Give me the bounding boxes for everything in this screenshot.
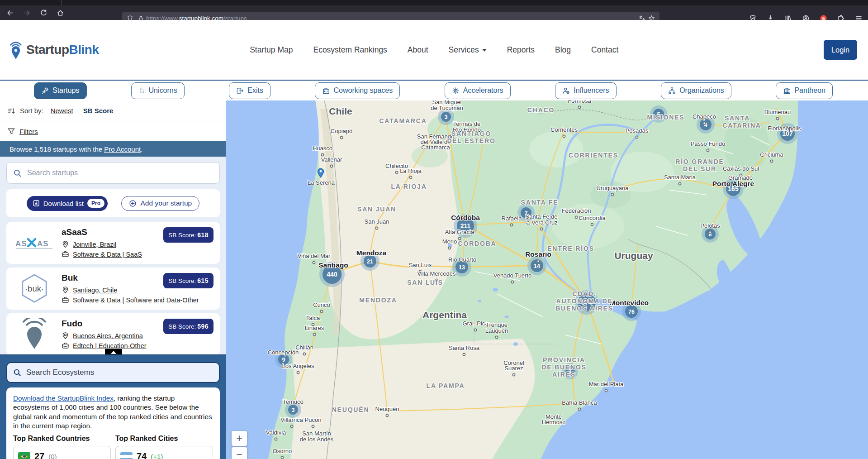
city-dot — [395, 171, 398, 173]
startup-logo: ·buk· — [13, 273, 56, 305]
startup-location-link[interactable]: Santiago, Chile — [73, 287, 117, 294]
map-container[interactable]: 4402113741651077621141398754333 CopiapóH… — [226, 100, 868, 459]
nav-item-reports[interactable]: Reports — [507, 45, 535, 55]
map-city-label: Santa Maria — [664, 174, 696, 181]
download-icon — [33, 200, 40, 207]
startup-location-link[interactable]: Buenos Aires, Argentina — [73, 332, 143, 339]
rocket-icon — [41, 87, 49, 95]
nav-item-blog[interactable]: Blog — [555, 45, 571, 55]
sort-label: Sort by: — [20, 107, 43, 115]
nav-item-ecosystem-rankings[interactable]: Ecosystem Rankings — [313, 45, 387, 55]
city-dot — [537, 260, 539, 262]
filter-button-organizations[interactable]: Organizations — [661, 82, 731, 99]
download-list-button[interactable]: Download list Pro — [27, 196, 108, 211]
map-state-label: RÍO GRANDE — [675, 158, 724, 165]
chevron-up-icon — [111, 351, 116, 354]
pro-account-link[interactable]: Pro Account — [104, 145, 141, 153]
map-city-label: La Rioja — [400, 167, 422, 174]
sb-score-badge: SB Score:596 — [163, 319, 213, 334]
svg-text:21: 21 — [367, 258, 373, 265]
startup-card-buk[interactable]: ·buk·BukSantiago, ChileSoftware & Data |… — [6, 268, 220, 310]
main-nav: Startup MapEcosystem RankingsAboutServic… — [250, 45, 673, 55]
filters-bar: Filters — [0, 121, 226, 141]
sort-sbscore-link[interactable]: SB Score — [83, 107, 114, 115]
startup-category-link[interactable]: Software & Data | SaaS — [73, 251, 142, 258]
map-city-label: Mar del Plata — [589, 381, 624, 387]
map-country-label: Chile — [329, 106, 352, 116]
nav-item-about[interactable]: About — [408, 45, 428, 55]
location-pin-icon — [62, 332, 69, 339]
map-city-label: Viña del Mar — [298, 253, 331, 259]
sort-bar: Sort by: Newest SB Score — [0, 100, 226, 121]
map-city-label: Concepción — [268, 349, 299, 356]
top-city-item[interactable]: 74 (+1) — [115, 446, 213, 459]
map-city-label: Alta Gracia — [445, 229, 474, 235]
startup-category-link[interactable]: Software & Data | Software and Data-Othe… — [73, 296, 199, 304]
top-country-item[interactable]: 27 (0) — [13, 446, 111, 459]
map-city-label: Santiago — [318, 261, 348, 269]
startupblink-logo[interactable]: StartupBlink — [8, 40, 99, 60]
map-city-label: Pucon — [305, 416, 322, 423]
svg-text:440: 440 — [327, 271, 337, 278]
search-icon — [13, 169, 22, 177]
city-dot — [474, 329, 476, 331]
nav-item-startup-map[interactable]: Startup Map — [250, 45, 293, 55]
map-zoom-out-button[interactable]: − — [232, 447, 247, 459]
asaas-logo: ASAS — [14, 234, 54, 252]
city-rank-delta: (+1) — [151, 453, 163, 459]
city-dot — [320, 310, 323, 312]
download-index-link[interactable]: Download the StartupBlink Index — [13, 394, 114, 402]
page: https://www.startupblink.com/startups A — [0, 0, 868, 459]
nav-item-services[interactable]: Services — [449, 45, 487, 55]
map-city-label: Curicó — [313, 301, 330, 308]
city-dot — [375, 227, 378, 229]
reload-icon[interactable] — [37, 6, 50, 19]
filter-button-unicorns[interactable]: ♘Unicorns — [131, 82, 184, 99]
sort-newest-link[interactable]: Newest — [51, 107, 73, 115]
search-startups-input[interactable] — [27, 169, 213, 177]
svg-text:AS: AS — [37, 239, 49, 248]
city-dot — [511, 281, 513, 283]
startup-logo — [13, 318, 56, 351]
map-zoom-in-button[interactable]: + — [232, 431, 247, 446]
add-your-startup-button[interactable]: Add your startup — [121, 196, 200, 211]
map-state-label: NEUQUÉN — [332, 406, 370, 413]
startup-location-link[interactable]: Joinville, Brazil — [73, 241, 116, 248]
city-dot — [281, 456, 283, 459]
filter-button-accelerators[interactable]: Accelerators — [445, 82, 511, 99]
map-city-label: Suarez — [504, 365, 523, 372]
map-city-label: Los Angeles — [282, 363, 314, 369]
map-city-label: Valdivia — [266, 429, 286, 436]
forward-icon[interactable] — [20, 6, 33, 19]
home-icon[interactable] — [53, 6, 67, 19]
location-pin-icon — [62, 240, 69, 248]
actions-card: Download list Pro Add your startup — [6, 189, 220, 217]
city-dot — [575, 216, 577, 218]
map-city-label: Chapecó — [693, 113, 716, 120]
login-button[interactable]: Login — [824, 40, 857, 60]
map-city-label: Copiapó — [331, 128, 352, 134]
nav-item-contact[interactable]: Contact — [591, 45, 618, 55]
logo-text: StartupBlink — [26, 43, 99, 57]
map-state-label: CATARINA — [722, 122, 761, 129]
ecosystem-search — [6, 362, 220, 383]
filter-button-coworking-spaces[interactable]: Coworking spaces — [315, 82, 400, 99]
filter-button-pantheon[interactable]: Pantheon — [776, 82, 833, 99]
svg-text:3: 3 — [445, 114, 448, 120]
filters-link[interactable]: Filters — [19, 128, 38, 135]
map-city-label: Uruguayana — [597, 185, 629, 191]
filter-button-influencers[interactable]: Influencers — [555, 82, 616, 99]
map-city-label: de los Andes — [300, 436, 334, 443]
browser-chrome: https://www.startupblink.com/startups A — [0, 0, 868, 20]
city-dot — [409, 176, 412, 178]
city-dot — [448, 247, 451, 249]
filter-button-exits[interactable]: Exits — [229, 82, 270, 99]
map-canvas[interactable]: 4402113741651077621141398754333 CopiapóH… — [226, 100, 868, 459]
sb-score-badge: SB Score:615 — [163, 273, 213, 288]
map-city-label: Villarrica — [280, 416, 303, 423]
filter-button-startups[interactable]: Startups — [34, 82, 87, 99]
chevron-down-icon — [482, 49, 487, 52]
startup-card-asaas[interactable]: ASASaSaaSJoinville, BrazilSoftware & Dat… — [6, 222, 220, 264]
back-icon[interactable] — [3, 6, 17, 19]
search-ecosystems-input[interactable] — [26, 368, 213, 377]
